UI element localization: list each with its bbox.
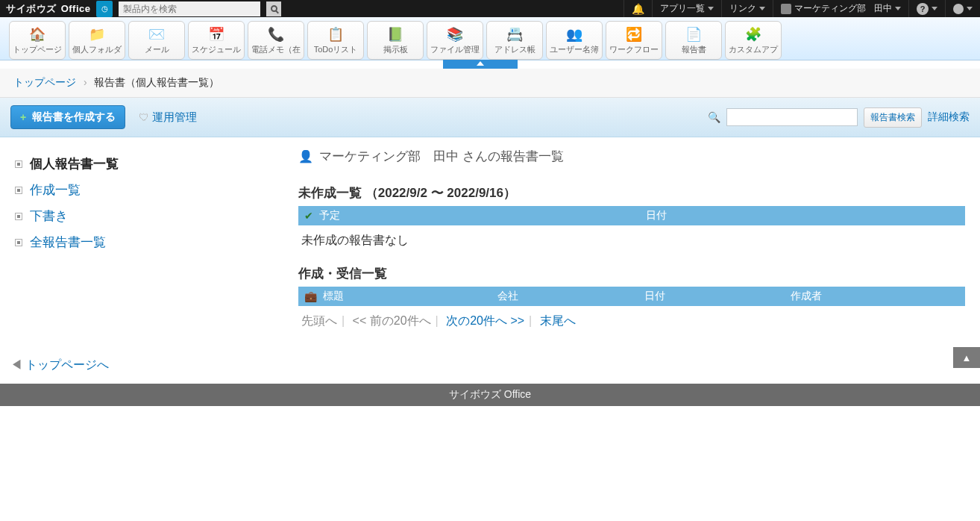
app-報告書[interactable]: 📄報告書 [665,21,722,60]
gear-icon [953,4,964,14]
app-カスタムアプ[interactable]: 🧩カスタムアプ [725,21,782,60]
bell-icon: 🔔 [632,3,644,15]
sidebar-item-label: 作成一覧 [30,181,81,199]
breadcrumb: トップページ › 報告書（個人報告書一覧） [0,69,980,98]
create-report-button[interactable]: 報告書を作成する [10,105,125,129]
bullet-icon [15,213,22,220]
app-icon: 📅 [207,26,225,43]
avatar-icon [781,4,791,14]
scroll-top-button[interactable]: ▲ [953,347,980,368]
logo: サイボウズ Office [6,2,90,16]
app-icon: 📄 [685,26,703,43]
search-icon: 🔍 [708,111,720,123]
notification-badge-icon[interactable]: ◷ [96,1,113,17]
pager-prev: << 前の20件へ [353,314,431,327]
body: 個人報告書一覧作成一覧下書き全報告書一覧 👤 マーケティング部 田中 さんの報告… [0,137,980,347]
app-icon: 📚 [446,26,464,43]
search-icon [271,5,277,12]
app-label: ファイル管理 [430,44,480,55]
app-ToDoリスト[interactable]: 📋ToDoリスト [307,21,364,60]
action-bar: 報告書を作成する 🛡 運用管理 🔍 報告書検索 詳細検索 [0,98,980,137]
person-icon: 👤 [298,149,313,163]
sidebar-item-下書き[interactable]: 下書き [15,203,283,229]
bullet-icon [15,187,22,194]
chevron-down-icon [708,7,714,10]
bell-button[interactable]: 🔔 [624,0,652,17]
app-スケジュール[interactable]: 📅スケジュール [188,21,245,60]
apps-menu[interactable]: アプリ一覧 [652,0,721,17]
sidebar-item-label: 全報告書一覧 [30,234,106,251]
settings-menu[interactable] [945,0,980,17]
global-search-input[interactable] [119,1,260,16]
help-menu[interactable]: ? [908,0,945,17]
created-table-header: 💼 標題 会社 日付 作成者 [298,287,965,306]
app-icon: 🧩 [744,26,762,43]
briefcase-icon: 💼 [304,290,317,302]
app-icon: 📗 [386,26,404,43]
bullet-icon [15,239,22,246]
app-掲示板[interactable]: 📗掲示板 [367,21,424,60]
created-section-title: 作成・受信一覧 [298,265,965,282]
app-メール[interactable]: ✉️メール [128,21,185,60]
col-date: 日付 [646,209,959,222]
pager: 先頭へ| << 前の20件へ| 次の20件へ >>| 末尾へ [298,306,965,337]
sidebar-item-label: 下書き [30,208,68,225]
uncreated-none-row: 未作成の報告書なし [298,225,965,256]
app-icon: 🔁 [625,26,643,43]
app-label: 個人フォルダ [72,44,122,55]
breadcrumb-separator-icon: › [84,76,87,88]
app-icon: ✉️ [148,26,166,43]
top-bar: サイボウズ Office ◷ 🔔 アプリ一覧 リンク マーケティング部 田中 ? [0,0,980,17]
active-app-indicator [0,60,980,69]
app-電話メモ（在[interactable]: 📞電話メモ（在 [248,21,304,60]
check-icon: ✔ [304,210,313,222]
report-search-input[interactable] [726,108,858,126]
app-icon: 📇 [506,26,524,43]
app-個人フォルダ[interactable]: 📁個人フォルダ [69,21,125,60]
footer: サイボウズ Office [0,384,980,406]
back-to-top-row: ◀ トップページへ [0,347,980,384]
app-label: 電話メモ（在 [251,44,301,55]
col-title: 標題 [323,290,491,303]
sidebar-item-個人報告書一覧[interactable]: 個人報告書一覧 [15,151,283,177]
app-label: アドレス帳 [494,44,535,55]
app-label: メール [145,44,169,55]
app-ファイル管理[interactable]: 📚ファイル管理 [427,21,483,60]
user-menu[interactable]: マーケティング部 田中 [773,0,908,17]
pager-next[interactable]: 次の20件へ >> [446,314,524,327]
detail-search-link[interactable]: 詳細検索 [928,110,970,124]
col-date: 日付 [644,290,785,303]
app-label: ユーザー名簿 [550,44,599,55]
app-icon: 📋 [327,26,345,43]
chevron-down-icon [895,7,901,10]
global-search-button[interactable] [266,1,281,16]
page-title: 👤 マーケティング部 田中 さんの報告書一覧 [298,148,965,175]
chevron-down-icon [967,7,973,10]
triangle-left-icon: ◀ [10,358,22,371]
col-company: 会社 [497,290,638,303]
help-icon: ? [917,3,929,15]
breadcrumb-current: 報告書（個人報告書一覧） [94,76,219,88]
shield-icon: 🛡 [139,111,149,123]
breadcrumb-top-link[interactable]: トップページ [13,76,76,88]
app-アドレス帳[interactable]: 📇アドレス帳 [486,21,543,60]
admin-link[interactable]: 🛡 運用管理 [139,110,197,125]
app-ユーザー名簿[interactable]: 👥ユーザー名簿 [546,21,603,60]
pager-last[interactable]: 末尾へ [540,314,576,327]
app-label: カスタムアプ [729,44,778,55]
report-search-button[interactable]: 報告書検索 [864,107,922,128]
links-menu[interactable]: リンク [721,0,773,17]
app-label: ワークフロー [609,44,659,55]
app-トップページ[interactable]: 🏠トップページ [9,21,66,60]
sidebar-item-作成一覧[interactable]: 作成一覧 [15,177,283,203]
sidebar: 個人報告書一覧作成一覧下書き全報告書一覧 [0,137,298,347]
app-toolbar: 🏠トップページ📁個人フォルダ✉️メール📅スケジュール📞電話メモ（在📋ToDoリス… [0,17,980,60]
app-label: トップページ [13,44,62,55]
sidebar-item-全報告書一覧[interactable]: 全報告書一覧 [15,229,283,255]
app-ワークフロー[interactable]: 🔁ワークフロー [606,21,662,60]
uncreated-table-header: ✔ 予定 日付 [298,206,965,225]
col-schedule: 予定 [319,209,640,222]
back-to-top-link[interactable]: トップページへ [25,358,109,371]
app-icon: 👥 [565,26,583,43]
uncreated-section-title: 未作成一覧 （2022/9/2 〜 2022/9/16） [298,184,965,202]
